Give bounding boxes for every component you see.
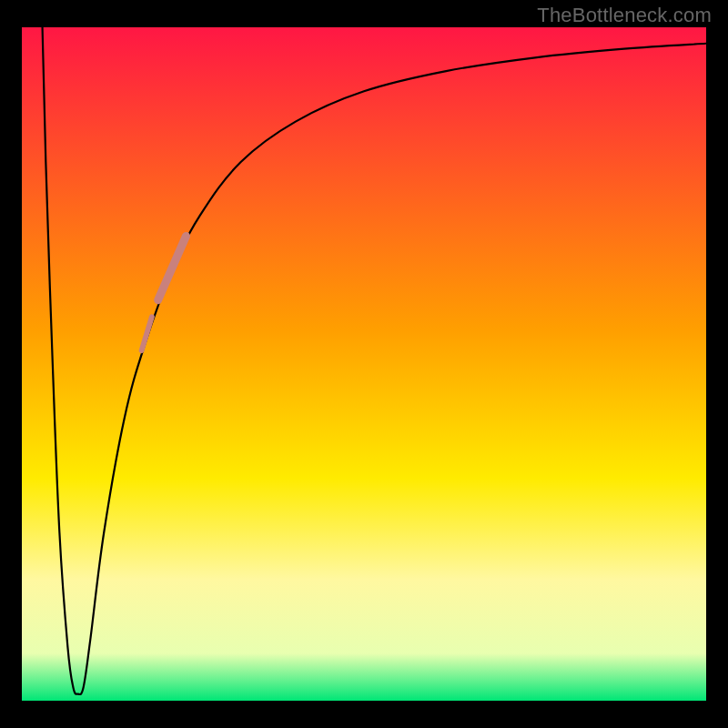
chart-wrap: TheBottleneck.com [0, 0, 728, 728]
gradient-background [22, 27, 706, 701]
bottleneck-chart [22, 27, 706, 701]
watermark-text: TheBottleneck.com [537, 4, 712, 27]
